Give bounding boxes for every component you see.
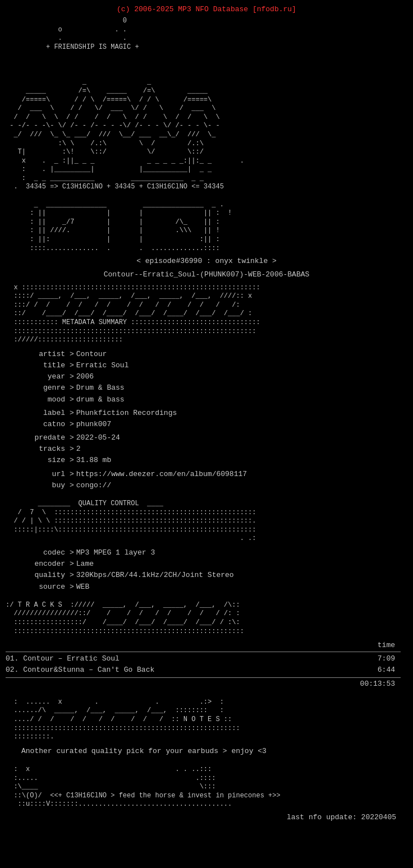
label-key: label xyxy=(17,408,67,418)
footer-last-update: last nfo update: 20220405 xyxy=(6,812,407,823)
total-time: 00:13:53 xyxy=(6,677,401,689)
mood-value: drum & bass xyxy=(76,395,125,405)
title-value: Erratic Soul xyxy=(76,361,129,371)
header-credit: (c) 2006-2025 MP3 NFO Database [nfodb.ru… xyxy=(6,4,407,15)
ascii-art-top: 0 o . . . . + FRIENDSHIP IS MAGIC + _ _ … xyxy=(6,17,407,183)
genre-value: Drum & Bass xyxy=(76,383,125,393)
page-container: (c) 2006-2025 MP3 NFO Database [nfodb.ru… xyxy=(0,4,413,823)
artist-key: artist xyxy=(17,349,67,359)
metadata-label: label > Phunkfiction Recordings xyxy=(17,408,407,418)
credit-text: (c) 2006-2025 MP3 NFO Database [nfodb.ru… xyxy=(117,5,296,13)
mood-key: mood xyxy=(17,395,67,405)
artist-value: Contour xyxy=(76,349,107,359)
metadata-artist: artist > Contour xyxy=(17,349,407,359)
size-value: 31.88 mb xyxy=(76,455,111,465)
year-value: 2006 xyxy=(76,372,94,382)
table-row: 02. Contour&Stunna – Can't Go Back 6:44 xyxy=(6,664,401,676)
tracks-time-header: time xyxy=(6,640,401,652)
metadata-section: artist > Contour title > Erratic Soul ye… xyxy=(6,349,407,491)
table-row: 01. Contour – Erratic Soul 7:09 xyxy=(6,653,401,664)
source-key: source xyxy=(17,582,67,592)
source-value: WEB xyxy=(76,582,89,592)
ascii-art-tracks-header: :/ T R A C K S :///// _____, /___, _____… xyxy=(6,601,407,636)
metadata-url: url > https://www.deezer.com/en/album/60… xyxy=(17,469,407,479)
track-1-label: 01. Contour – Erratic Soul xyxy=(6,654,361,664)
ascii-art-quality-header: ________ QUALITY CONTROL ____ / 7 \ ::::… xyxy=(6,500,407,543)
metadata-year: year > 2006 xyxy=(17,372,407,382)
tracks-key: tracks xyxy=(17,444,67,454)
qc-encoder: encoder > Lame xyxy=(17,559,407,569)
quality-value: 320Kbps/CBR/44.1kHz/2CH/Joint Stereo xyxy=(76,570,234,580)
url-value: https://www.deezer.com/en/album/6098117 xyxy=(76,469,247,479)
episode-line: < episode#36990 : onyx twinkle > xyxy=(6,256,407,266)
metadata-genre: genre > Drum & Bass xyxy=(17,383,407,393)
release-line: Contour--Erratic_Soul-(PHUNK007)-WEB-200… xyxy=(6,270,407,280)
predate-key: predate xyxy=(17,433,67,443)
title-key: title xyxy=(17,361,67,371)
catno-value: phunk007 xyxy=(76,419,111,430)
label-value: Phunkfiction Recordings xyxy=(76,408,177,418)
quality-key: quality xyxy=(17,570,67,580)
encoder-key: encoder xyxy=(17,559,67,569)
tracks-value: 2 xyxy=(76,444,81,454)
ascii-art-notes-header: : ...... x . . .:> : ....../\ _____, /__… xyxy=(6,698,407,742)
track-1-time: 7:09 xyxy=(361,654,395,664)
qc-quality: quality > 320Kbps/CBR/44.1kHz/2CH/Joint … xyxy=(17,570,407,580)
codec-value: MP3 MPEG 1 layer 3 xyxy=(76,548,155,558)
predate-value: 2022-05-24 xyxy=(76,433,120,443)
quality-section: codec > MP3 MPEG 1 layer 3 encoder > Lam… xyxy=(6,548,407,592)
track-2-label: 02. Contour&Stunna – Can't Go Back xyxy=(6,665,361,675)
genre-key: genre xyxy=(17,383,67,393)
metadata-title: title > Erratic Soul xyxy=(17,361,407,371)
qc-codec: codec > MP3 MPEG 1 layer 3 xyxy=(17,548,407,558)
buy-key: buy xyxy=(17,481,67,491)
metadata-buy: buy > congo:// xyxy=(17,481,407,491)
tracks-section: time 01. Contour – Erratic Soul 7:09 02.… xyxy=(6,640,407,689)
catno-key: catno xyxy=(17,419,67,430)
metadata-catno: catno > phunk007 xyxy=(17,419,407,430)
year-key: year xyxy=(17,372,67,382)
metadata-size: size > 31.88 mb xyxy=(17,455,407,465)
url-key: url xyxy=(17,469,67,479)
ascii-art-metadata-header: x ::::::::::::::::::::::::::::::::::::::… xyxy=(6,284,407,345)
size-key: size xyxy=(17,455,67,465)
notes-text: Another curated quality pick for your ea… xyxy=(6,746,407,756)
metadata-tracks: tracks > 2 xyxy=(17,444,407,454)
metadata-predate: predate > 2022-05-24 xyxy=(17,433,407,443)
buy-value: congo:// xyxy=(76,481,111,491)
ascii-art-footer: : x . . ..::: :..... .:::: :\____ \::: :… xyxy=(6,765,407,809)
metadata-mood: mood > drum & bass xyxy=(17,395,407,405)
ascii-formula: . 34345 => C13H16ClNO + 34345 + C13H16Cl… xyxy=(6,183,407,253)
qc-source: source > WEB xyxy=(17,582,407,592)
encoder-value: Lame xyxy=(76,559,94,569)
codec-key: codec xyxy=(17,548,67,558)
track-2-time: 6:44 xyxy=(361,665,395,675)
